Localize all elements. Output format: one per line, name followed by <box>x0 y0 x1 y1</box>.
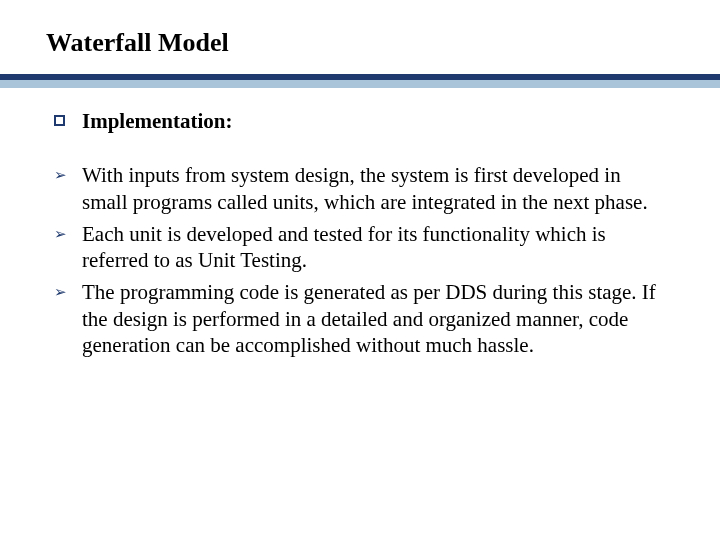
list-item-text: The programming code is generated as per… <box>82 279 666 358</box>
arrow-bullet-icon: ➢ <box>54 162 82 188</box>
square-bullet-icon <box>54 108 82 134</box>
accent-bar <box>0 74 720 88</box>
arrow-bullet-icon: ➢ <box>54 279 82 305</box>
bullet-list: ➢ With inputs from system design, the sy… <box>54 162 666 358</box>
slide-title: Waterfall Model <box>46 28 229 57</box>
body-area: Implementation: ➢ With inputs from syste… <box>0 88 720 358</box>
accent-bar-light <box>0 80 720 88</box>
list-item-text: Each unit is developed and tested for it… <box>82 221 666 274</box>
list-item: ➢ With inputs from system design, the sy… <box>54 162 666 215</box>
list-item: ➢ The programming code is generated as p… <box>54 279 666 358</box>
list-item-text: With inputs from system design, the syst… <box>82 162 666 215</box>
heading-text: Implementation: <box>82 108 666 134</box>
spacer <box>54 140 666 162</box>
arrow-bullet-icon: ➢ <box>54 221 82 247</box>
title-area: Waterfall Model <box>0 0 720 64</box>
slide: Waterfall Model Implementation: ➢ With i… <box>0 0 720 540</box>
list-item: ➢ Each unit is developed and tested for … <box>54 221 666 274</box>
heading-row: Implementation: <box>54 108 666 134</box>
